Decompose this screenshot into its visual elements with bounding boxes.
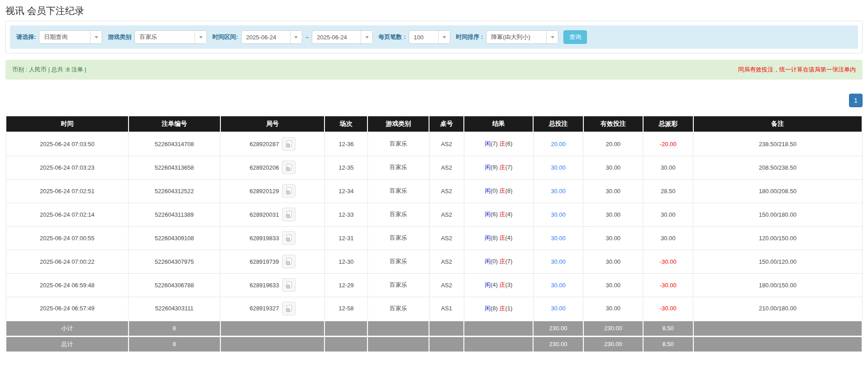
- chevron-down-icon[interactable]: [290, 31, 302, 43]
- result-player-score: (4): [491, 281, 498, 288]
- chevron-down-icon[interactable]: [438, 31, 450, 43]
- result-banker-label: 庄: [499, 258, 505, 265]
- time-sort-label: 时间排序 :: [456, 33, 483, 41]
- date-from-select[interactable]: 2025-06-24: [241, 30, 302, 44]
- cell-session: 12-34: [324, 179, 367, 203]
- filter-bar: 请选择: 日期查询 游戏类别 百家乐 时间区间: 2025-06-24 ~ 20…: [10, 25, 858, 49]
- summary-row-label: 总计: [6, 336, 129, 352]
- cell-table-no: AS2: [429, 179, 464, 203]
- video-replay-button[interactable]: [282, 278, 296, 292]
- game-type-select[interactable]: 百家乐: [134, 30, 207, 44]
- cell-round-id: 628920129: [220, 179, 325, 203]
- cell-time: 2025-06-24 07:03:50: [6, 132, 129, 156]
- time-sort-select[interactable]: 降冪(由大到小): [486, 30, 558, 44]
- filter-panel: 请选择: 日期查询 游戏类别 百家乐 时间区间: 2025-06-24 ~ 20…: [5, 21, 863, 53]
- cell-payout: -30.00: [643, 273, 693, 297]
- cell-session: 12-36: [324, 132, 367, 156]
- result-banker-label: 庄: [499, 187, 505, 194]
- cell-bet-id: 522604313658: [129, 156, 220, 179]
- video-replay-button[interactable]: [282, 231, 296, 245]
- result-player-score: (0): [491, 187, 498, 194]
- page-size-value: 100: [409, 31, 438, 43]
- summary-row-count: 8: [129, 336, 220, 352]
- chevron-down-icon[interactable]: [90, 31, 102, 43]
- result-player-score: (6): [491, 211, 498, 218]
- cell-game-type: 百家乐: [367, 226, 429, 250]
- film-reel-icon: [285, 304, 293, 313]
- cell-game-type: 百家乐: [367, 273, 429, 297]
- date-mode-value: 日期查询: [39, 31, 90, 43]
- date-mode-select[interactable]: 日期查询: [39, 30, 102, 44]
- date-to-select[interactable]: 2025-06-24: [312, 30, 373, 44]
- cell-round-id: 628920206: [220, 156, 325, 179]
- summary-row: 小计 8 230.00 230.00 8.50: [6, 320, 862, 336]
- total-bet-link[interactable]: 30.00: [551, 282, 566, 289]
- cell-valid-bet: 30.00: [583, 179, 643, 203]
- search-button[interactable]: 查询: [563, 30, 587, 44]
- cell-result: 闲(0) 庄(8): [464, 179, 533, 203]
- result-banker-score: (4): [505, 211, 512, 218]
- cell-session: 12-29: [324, 273, 367, 297]
- cell-game-type: 百家乐: [367, 250, 429, 273]
- summary-row: 总计 8 230.00 230.00 8.50: [6, 336, 862, 352]
- summary-payout: 8.50: [643, 336, 693, 352]
- summary-empty-cell: [429, 336, 464, 352]
- summary-payout: 8.50: [643, 320, 693, 336]
- cell-result: 闲(4) 庄(3): [464, 273, 533, 297]
- summary-empty-cell: [693, 336, 862, 352]
- total-bet-link[interactable]: 30.00: [551, 305, 566, 312]
- chevron-down-icon[interactable]: [361, 31, 372, 43]
- total-bet-link[interactable]: 20.00: [551, 141, 566, 147]
- cell-bet-id: 522604306788: [129, 273, 220, 297]
- total-bet-link[interactable]: 30.00: [551, 258, 566, 265]
- cell-valid-bet: 30.00: [583, 273, 643, 297]
- cell-total-bet: 30.00: [533, 273, 583, 297]
- total-bet-link[interactable]: 30.00: [551, 188, 566, 195]
- cell-game-type: 百家乐: [367, 179, 429, 203]
- round-id-text: 628920031: [249, 211, 279, 218]
- chevron-down-icon[interactable]: [546, 31, 558, 43]
- cell-remark: 210.00/180.00: [693, 297, 862, 320]
- cell-round-id: 628919633: [220, 273, 325, 297]
- game-type-value: 百家乐: [135, 31, 195, 43]
- cell-result: 闲(0) 庄(7): [464, 250, 533, 273]
- result-banker-score: (1): [505, 305, 512, 312]
- cell-payout: 30.00: [643, 203, 693, 226]
- total-bet-link[interactable]: 30.00: [551, 164, 566, 171]
- cell-game-type: 百家乐: [367, 203, 429, 226]
- film-reel-icon: [285, 163, 293, 171]
- summary-empty-cell: [429, 320, 464, 336]
- video-replay-button[interactable]: [282, 208, 296, 221]
- result-player-score: (9): [491, 164, 498, 171]
- cell-game-type: 百家乐: [367, 297, 429, 320]
- cell-total-bet: 30.00: [533, 203, 583, 226]
- total-bet-link[interactable]: 30.00: [551, 211, 566, 218]
- cell-payout: 30.00: [643, 226, 693, 250]
- video-replay-button[interactable]: [282, 255, 296, 268]
- result-banker-label: 庄: [499, 281, 505, 288]
- time-sort-value: 降冪(由大到小): [486, 31, 546, 43]
- cell-payout: -20.00: [643, 132, 693, 156]
- cell-payout: -30.00: [643, 250, 693, 273]
- page-1-button[interactable]: 1: [849, 94, 863, 107]
- cell-session: 12-35: [324, 156, 367, 179]
- cell-valid-bet: 30.00: [583, 250, 643, 273]
- cell-remark: 150.00/180.00: [693, 203, 862, 226]
- total-bet-link[interactable]: 30.00: [551, 235, 566, 242]
- page-size-select[interactable]: 100: [409, 30, 450, 44]
- cell-result: 闲(7) 庄(6): [464, 132, 533, 156]
- film-reel-icon: [285, 257, 293, 266]
- cell-time: 2025-06-24 07:00:55: [6, 226, 129, 250]
- result-player-label: 闲: [485, 164, 491, 171]
- time-range-label: 时间区间:: [212, 33, 238, 41]
- summary-empty-cell: [220, 320, 325, 336]
- video-replay-button[interactable]: [282, 137, 296, 151]
- table-row: 2025-06-24 07:03:50 522604314708 6289202…: [6, 132, 862, 156]
- video-replay-button[interactable]: [282, 161, 296, 174]
- result-player-label: 闲: [485, 140, 491, 147]
- video-replay-button[interactable]: [282, 302, 296, 315]
- chevron-down-icon[interactable]: [195, 31, 206, 43]
- result-banker-score: (7): [505, 164, 512, 171]
- video-replay-button[interactable]: [282, 184, 296, 198]
- cell-round-id: 628919327: [220, 297, 325, 320]
